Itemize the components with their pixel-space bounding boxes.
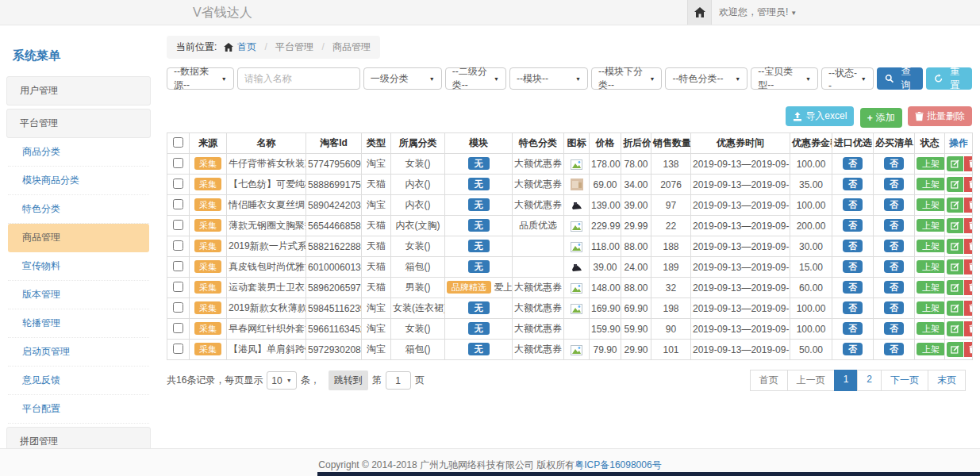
sidebar-item-3[interactable]: 模块商品分类 xyxy=(8,167,149,195)
import-toggle-badge[interactable]: 否 xyxy=(843,198,863,211)
edit-button[interactable] xyxy=(947,198,963,213)
query-button[interactable]: 查询 xyxy=(877,67,923,90)
delete-button[interactable] xyxy=(964,198,973,213)
sidebar-group-1[interactable]: 平台管理 xyxy=(6,109,151,138)
per-page-select[interactable]: 10▼ xyxy=(267,371,296,390)
row-checkbox[interactable] xyxy=(173,178,183,189)
status-badge[interactable]: 上架 xyxy=(917,219,945,232)
pager-button-2[interactable]: 1 xyxy=(834,370,859,391)
edit-button[interactable] xyxy=(947,321,963,336)
delete-button[interactable] xyxy=(964,177,973,192)
module-none-badge[interactable]: 无 xyxy=(468,198,490,211)
sidebar-item-5[interactable]: 商品管理 xyxy=(8,224,149,252)
status-badge[interactable]: 上架 xyxy=(917,178,945,190)
home-button[interactable] xyxy=(687,0,712,25)
edit-button[interactable] xyxy=(947,301,963,316)
pager-button-5[interactable]: 末页 xyxy=(928,370,966,391)
sidebar-item-6[interactable]: 宣传物料 xyxy=(8,252,149,281)
edit-button[interactable] xyxy=(947,259,963,274)
status-badge[interactable]: 上架 xyxy=(917,343,945,355)
select-all-checkbox[interactable] xyxy=(173,137,183,148)
filter-level1-select[interactable]: 一级分类▼ xyxy=(363,67,442,90)
sidebar-item-2[interactable]: 商品分类 xyxy=(8,138,149,167)
pager-button-3[interactable]: 2 xyxy=(857,370,882,391)
must-buy-toggle-badge[interactable]: 否 xyxy=(884,178,904,190)
pager-button-4[interactable]: 下一页 xyxy=(881,370,928,391)
module-none-badge[interactable]: 无 xyxy=(468,219,490,232)
must-buy-toggle-badge[interactable]: 否 xyxy=(884,198,904,211)
edit-button[interactable] xyxy=(947,342,963,357)
add-button[interactable]: + 添加 xyxy=(860,108,902,128)
sidebar-group-0[interactable]: 用户管理 xyxy=(6,76,151,106)
icp-link[interactable]: 粤ICP备16098006号 xyxy=(575,459,661,470)
status-badge[interactable]: 上架 xyxy=(917,198,945,211)
jump-button[interactable]: 跳转到 xyxy=(329,370,368,390)
module-none-badge[interactable]: 无 xyxy=(468,178,490,190)
delete-button[interactable] xyxy=(964,301,973,316)
row-checkbox[interactable] xyxy=(173,302,183,313)
module-none-badge[interactable]: 无 xyxy=(468,260,490,273)
edit-button[interactable] xyxy=(947,156,963,171)
edit-button[interactable] xyxy=(947,218,963,233)
breadcrumb-home-link[interactable]: 首页 xyxy=(237,41,256,52)
delete-button[interactable] xyxy=(964,259,973,274)
sidebar-item-7[interactable]: 版本管理 xyxy=(8,281,149,309)
module-none-badge[interactable]: 无 xyxy=(468,301,490,314)
status-badge[interactable]: 上架 xyxy=(917,301,945,314)
filter-feature-select[interactable]: --特色分类--▼ xyxy=(665,67,747,90)
import-toggle-badge[interactable]: 否 xyxy=(843,260,863,273)
filter-source-select[interactable]: --数据来源--▼ xyxy=(167,67,234,90)
must-buy-toggle-badge[interactable]: 否 xyxy=(884,219,904,232)
delete-button[interactable] xyxy=(964,280,973,295)
delete-button[interactable] xyxy=(964,342,973,357)
row-checkbox[interactable] xyxy=(173,261,183,271)
import-excel-button[interactable]: 导入excel xyxy=(786,106,854,126)
import-toggle-badge[interactable]: 否 xyxy=(843,240,863,252)
delete-button[interactable] xyxy=(964,218,973,233)
pager-button-0[interactable]: 首页 xyxy=(750,370,788,391)
filter-item-type-select[interactable]: --宝贝类型--▼ xyxy=(751,67,818,90)
row-checkbox[interactable] xyxy=(173,240,183,251)
status-badge[interactable]: 上架 xyxy=(917,260,945,273)
module-none-badge[interactable]: 无 xyxy=(468,322,490,335)
row-checkbox[interactable] xyxy=(173,323,183,333)
row-checkbox[interactable] xyxy=(173,282,183,292)
delete-button[interactable] xyxy=(964,239,973,254)
batch-delete-button[interactable]: 批量删除 xyxy=(908,106,972,126)
row-checkbox[interactable] xyxy=(173,199,183,209)
must-buy-toggle-badge[interactable]: 否 xyxy=(884,322,904,335)
sidebar-item-4[interactable]: 特色分类 xyxy=(8,195,149,224)
row-checkbox[interactable] xyxy=(173,158,183,168)
edit-button[interactable] xyxy=(947,177,963,192)
delete-button[interactable] xyxy=(964,156,973,171)
status-badge[interactable]: 上架 xyxy=(917,157,945,170)
module-none-badge[interactable]: 无 xyxy=(468,343,490,355)
must-buy-toggle-badge[interactable]: 否 xyxy=(884,240,904,252)
reset-button[interactable]: 重置 xyxy=(926,67,972,90)
import-toggle-badge[interactable]: 否 xyxy=(843,178,863,190)
filter-level2-select[interactable]: --二级分类--▼ xyxy=(445,67,506,90)
import-toggle-badge[interactable]: 否 xyxy=(843,301,863,314)
module-none-badge[interactable]: 无 xyxy=(468,240,490,252)
sidebar-item-8[interactable]: 轮播管理 xyxy=(8,309,149,338)
must-buy-toggle-badge[interactable]: 否 xyxy=(884,260,904,273)
must-buy-toggle-badge[interactable]: 否 xyxy=(884,301,904,314)
must-buy-toggle-badge[interactable]: 否 xyxy=(884,157,904,170)
row-checkbox[interactable] xyxy=(173,220,183,230)
import-toggle-badge[interactable]: 否 xyxy=(843,281,863,294)
filter-module-sub-select[interactable]: --模块下分类--▼ xyxy=(591,67,663,90)
must-buy-toggle-badge[interactable]: 否 xyxy=(884,281,904,294)
must-buy-toggle-badge[interactable]: 否 xyxy=(884,343,904,355)
page-number-input[interactable] xyxy=(386,371,411,390)
user-menu[interactable]: 欢迎您，管理员!▼ xyxy=(719,0,797,25)
edit-button[interactable] xyxy=(947,239,963,254)
status-badge[interactable]: 上架 xyxy=(917,281,945,294)
delete-button[interactable] xyxy=(964,321,973,336)
import-toggle-badge[interactable]: 否 xyxy=(843,322,863,335)
sidebar-item-9[interactable]: 启动页管理 xyxy=(8,338,149,367)
status-badge[interactable]: 上架 xyxy=(917,322,945,335)
edit-button[interactable] xyxy=(947,280,963,295)
filter-status-select[interactable]: --状态--▼ xyxy=(821,67,874,90)
module-none-badge[interactable]: 无 xyxy=(468,157,490,170)
sidebar-item-10[interactable]: 意见反馈 xyxy=(8,367,149,395)
